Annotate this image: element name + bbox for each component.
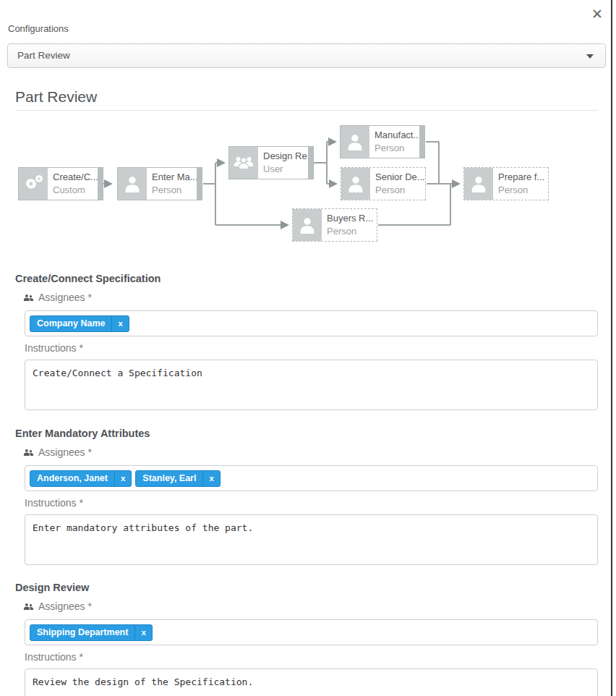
node-title: Buyers R... bbox=[327, 212, 373, 225]
assignees-input-create-connect[interactable]: Company Name x bbox=[25, 310, 598, 336]
assignees-label-text: Assignees * bbox=[38, 292, 92, 303]
instructions-label: Instructions * bbox=[25, 342, 83, 354]
instructions-label: Instructions * bbox=[25, 651, 83, 663]
section-heading-create-connect: Create/Connect Specification bbox=[15, 273, 161, 284]
node-subtitle: Person bbox=[152, 184, 198, 196]
instructions-label-text: Instructions * bbox=[25, 342, 83, 354]
workflow-node-design-review[interactable]: Design Re... User bbox=[228, 146, 314, 179]
gears-icon bbox=[19, 168, 48, 200]
workflow-node-enter-mandatory[interactable]: Enter Ma... Person bbox=[117, 167, 202, 200]
node-title: Design Re... bbox=[263, 150, 310, 163]
instructions-input-enter-mandatory[interactable]: Enter mandatory attributes of the part. bbox=[25, 514, 598, 565]
node-subtitle: Person bbox=[375, 184, 422, 196]
node-edge-bar bbox=[308, 147, 313, 179]
tag-remove-icon[interactable]: x bbox=[134, 625, 151, 640]
node-subtitle: Custom bbox=[53, 184, 98, 196]
users-icon bbox=[23, 602, 34, 611]
node-title: Enter Ma... bbox=[152, 171, 198, 184]
tag-remove-icon[interactable]: x bbox=[202, 471, 219, 486]
assignees-label-text: Assignees * bbox=[38, 446, 92, 458]
person-icon bbox=[464, 168, 493, 200]
close-icon[interactable]: ✕ bbox=[589, 6, 606, 23]
configuration-select[interactable]: Part Review bbox=[7, 43, 606, 68]
node-title: Prepare f... bbox=[498, 171, 544, 184]
configuration-select-value: Part Review bbox=[17, 44, 70, 67]
assignees-input-design-review[interactable]: Shipping Department x bbox=[25, 619, 598, 645]
section-heading-design-review: Design Review bbox=[15, 582, 89, 593]
configurations-modal: ✕ Configurations Part Review Part Review bbox=[0, 0, 616, 696]
instructions-label: Instructions * bbox=[25, 497, 83, 509]
workflow-node-prepare[interactable]: Prepare f... Person bbox=[463, 167, 549, 200]
node-subtitle: Person bbox=[375, 142, 421, 154]
instructions-label-text: Instructions * bbox=[25, 651, 83, 663]
users-icon bbox=[23, 448, 34, 457]
assignee-tag: Company Name x bbox=[30, 315, 129, 332]
node-edge-bar bbox=[197, 168, 202, 200]
tag-remove-icon[interactable]: x bbox=[114, 471, 131, 486]
person-icon bbox=[118, 168, 147, 200]
workflow-node-senior-design[interactable]: Senior De... Person bbox=[341, 167, 426, 200]
workflow-diagram: Create/C... Custom Enter Ma... Person bbox=[0, 116, 616, 255]
node-title: Manufact... bbox=[375, 129, 421, 142]
node-title: Create/C... bbox=[53, 171, 98, 184]
workflow-node-create-connect[interactable]: Create/C... Custom bbox=[18, 167, 103, 200]
person-icon bbox=[341, 168, 370, 200]
assignees-label-text: Assignees * bbox=[38, 600, 92, 612]
modal-right-edge bbox=[611, 0, 612, 696]
assignee-tag: Shipping Department x bbox=[30, 624, 153, 641]
instructions-input-design-review[interactable]: Review the design of the Specification. bbox=[25, 669, 598, 696]
users-icon bbox=[23, 293, 34, 302]
assignees-input-enter-mandatory[interactable]: Anderson, Janet x Stanley, Earl x bbox=[25, 465, 598, 491]
assignee-tag-label: Shipping Department bbox=[30, 625, 134, 640]
node-edge-bar bbox=[98, 168, 103, 200]
assignees-label: Assignees * bbox=[23, 446, 92, 458]
node-edge-bar bbox=[419, 126, 424, 158]
title-divider bbox=[15, 110, 599, 111]
instructions-input-create-connect[interactable]: Create/Connect a Specification bbox=[25, 360, 598, 410]
configurations-label: Configurations bbox=[8, 23, 69, 34]
node-subtitle: User bbox=[263, 163, 310, 175]
assignee-tag-label: Stanley, Earl bbox=[136, 471, 202, 486]
node-subtitle: Person bbox=[327, 225, 373, 237]
users-icon bbox=[229, 147, 258, 179]
assignee-tag: Anderson, Janet x bbox=[30, 470, 132, 487]
section-heading-enter-mandatory: Enter Mandatory Attributes bbox=[15, 428, 150, 439]
assignees-label: Assignees * bbox=[23, 600, 92, 612]
workflow-node-manufacturing[interactable]: Manufact... Person bbox=[340, 125, 425, 158]
tag-remove-icon[interactable]: x bbox=[111, 316, 128, 331]
person-icon bbox=[341, 126, 369, 158]
node-subtitle: Person bbox=[498, 184, 544, 196]
workflow-node-buyers-review[interactable]: Buyers R... Person bbox=[292, 208, 377, 242]
assignee-tag: Stanley, Earl x bbox=[135, 470, 221, 487]
page-title: Part Review bbox=[15, 88, 97, 106]
node-title: Senior De... bbox=[375, 171, 422, 184]
person-icon bbox=[293, 209, 322, 241]
assignees-label: Assignees * bbox=[23, 292, 92, 303]
assignee-tag-label: Company Name bbox=[30, 316, 111, 331]
instructions-label-text: Instructions * bbox=[25, 497, 83, 509]
chevron-down-icon bbox=[586, 54, 594, 59]
assignee-tag-label: Anderson, Janet bbox=[30, 471, 114, 486]
